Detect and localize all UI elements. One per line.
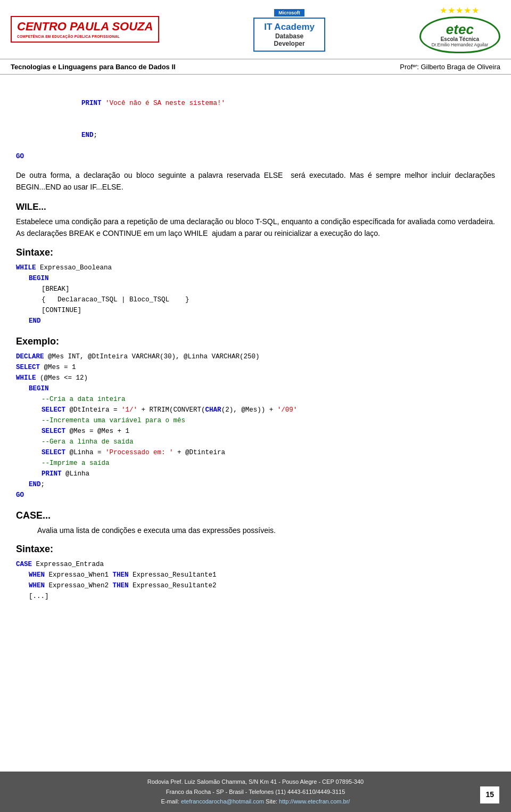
print-code-block: PRINT 'Você não é SA neste sistema!' END… — [16, 87, 495, 162]
subheader-professor: Profᵒʳ: Gilberto Braga de Oliveira — [400, 63, 500, 71]
cps-logo: CENTRO PAULA SOUZA COMPETÊNCIA EM EDUCAÇ… — [11, 16, 159, 42]
exemplo-heading: Exemplo: — [16, 336, 495, 347]
page-number: 15 — [479, 785, 500, 805]
sintaxe2-heading: Sintaxe: — [16, 544, 495, 555]
etec-escola-text: Escola Técnica — [432, 36, 488, 42]
case-desc: Avalia uma lista de condições e executa … — [37, 524, 495, 536]
subheader-course: Tecnologias e Linguagens para Banco de D… — [11, 63, 176, 71]
wile-heading: WILE... — [16, 202, 495, 212]
it-academy-logo: Microsoft IT Academy Database Developer — [253, 7, 325, 52]
etec-main-text: etec — [432, 22, 488, 36]
wile-section: WILE... Estabelece uma condição para a r… — [16, 202, 495, 240]
footer-line2: Franco da Rocha - SP - Brasil - Telefone… — [11, 787, 500, 797]
subheader: Tecnologias e Linguagens para Banco de D… — [0, 60, 511, 75]
footer-line3: E-mail: etefrancodarocha@hotmail.com Sit… — [11, 797, 500, 807]
wile-desc: Estabelece uma condição para a repetição… — [16, 216, 495, 240]
page-header: CENTRO PAULA SOUZA COMPETÊNCIA EM EDUCAÇ… — [0, 0, 511, 60]
it-academy-title: IT Academy — [264, 22, 315, 32]
para1: De outra forma, a declaração ou bloco se… — [16, 169, 495, 193]
it-academy-db: Database — [264, 32, 315, 40]
sintaxe2-code: CASE Expressao_Entrada WHEN Expressao_Wh… — [16, 559, 495, 602]
main-content: PRINT 'Você não é SA neste sistema!' END… — [0, 75, 511, 614]
etec-logo: ★★★★★ etec Escola Técnica Dr.Emilio Hern… — [419, 5, 500, 53]
exemplo-code: DECLARE @Mes INT, @DtInteira VARCHAR(30)… — [16, 351, 495, 501]
cps-logo-subtext: COMPETÊNCIA EM EDUCAÇÃO PÚBLICA PROFISSI… — [17, 35, 153, 38]
footer-line1: Rodovia Pref. Luiz Salomão Chamma, S/N K… — [11, 777, 500, 787]
etec-dr-text: Dr.Emilio Hernandez Aguilar — [432, 42, 488, 47]
case-heading: CASE... — [16, 510, 495, 521]
cps-logo-text: CENTRO PAULA SOUZA — [17, 20, 153, 33]
footer-email[interactable]: etefrancodarocha@hotmail.com — [181, 798, 264, 805]
footer-site[interactable]: http://www.etecfran.com.br/ — [279, 798, 350, 805]
page-footer: Rodovia Pref. Luiz Salomão Chamma, S/N K… — [0, 772, 511, 812]
sintaxe1-code: WHILE Expressao_Booleana BEGIN [BREAK] {… — [16, 263, 495, 326]
etec-stars: ★★★★★ — [440, 5, 480, 15]
it-academy-dev: Developer — [264, 40, 315, 47]
sintaxe1-heading: Sintaxe: — [16, 247, 495, 258]
ms-label: Microsoft — [274, 9, 304, 17]
